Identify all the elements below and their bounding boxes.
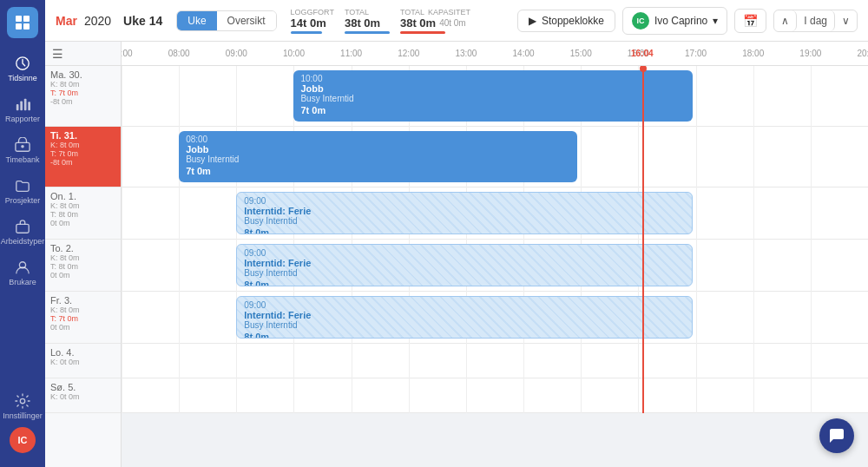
sidebar-item-brukare[interactable]: Brukare (0, 253, 45, 293)
sidebar-item-label: Timebank (5, 155, 39, 164)
day-cell-wednesday: On. 1. K: 8t 0m T: 8t 0m 0t 0m (45, 187, 121, 240)
timeline-row-thursday: 09:00 Interntid: Ferie Busy Interntid 8t… (122, 240, 868, 292)
evt-thursday-ferie[interactable]: 09:00 Interntid: Ferie Busy Interntid 8t… (236, 244, 692, 286)
svg-rect-6 (20, 101, 23, 110)
evt-monday-jobb[interactable]: 10:00 Jobb Busy Interntid 7t 0m (293, 70, 692, 122)
day-capacity-tuesday: K: 8t 0m (50, 141, 115, 149)
day-cell-tuesday: Ti. 31. K: 8t 0m T: 7t 0m -8t 0m (45, 127, 121, 187)
day-name-monday: Ma. 30. (50, 69, 115, 80)
stat-total: TOTAL 38t 0m (345, 8, 390, 34)
evt-tuesday-jobb[interactable]: 08:00 Jobb Busy Interntid 7t 0m (179, 131, 577, 182)
time-label-1700: 17:00 (685, 49, 707, 58)
event-subtitle: Busy Interntid (244, 320, 684, 330)
capacity-bar (400, 31, 445, 34)
event-subtitle: Busy Interntid (186, 155, 570, 164)
header-year: 2020 (84, 14, 111, 28)
day-capacity-wednesday: K: 8t 0m (50, 201, 115, 210)
day-name-saturday: Lo. 4. (50, 347, 115, 358)
event-duration: 7t 0m (300, 105, 685, 115)
user-menu-button[interactable]: IC Ivo Caprino ▾ (622, 7, 727, 35)
sidebar-item-prosjekter[interactable]: Prosjekter (0, 171, 45, 212)
evt-wednesday-ferie[interactable]: 09:00 Interntid: Ferie Busy Interntid 8t… (236, 192, 692, 234)
day-capacity-sunday: K: 0t 0m (50, 392, 115, 401)
grid-line-1900 (811, 66, 812, 413)
now-time-label: 16:04 (631, 49, 654, 58)
sidebar-item-innstillinger[interactable]: Innstillinger (0, 386, 45, 427)
day-column: ☰ Ma. 30. K: 8t 0m T: 7t 0m -8t 0m Ti. 3… (45, 42, 122, 467)
day-capacity-saturday: K: 0t 0m (50, 358, 115, 366)
day-name-thursday: To. 2. (50, 243, 115, 253)
event-subtitle: Busy Interntid (244, 216, 684, 226)
today-button[interactable]: I dag (797, 10, 835, 31)
time-label-1800: 18:00 (742, 49, 764, 58)
day-capacity-thursday: K: 8t 0m (50, 253, 115, 262)
evt-friday-ferie[interactable]: 09:00 Interntid: Ferie Busy Interntid 8t… (236, 296, 692, 339)
sidebar-item-label: Brukare (9, 278, 36, 286)
sidebar-item-rapporter[interactable]: Rapporter (0, 89, 45, 130)
chat-button[interactable] (819, 418, 854, 453)
day-cell-monday: Ma. 30. K: 8t 0m T: 7t 0m -8t 0m (45, 66, 121, 127)
event-subtitle: Busy Interntid (244, 268, 684, 278)
day-tracked-friday: T: 7t 0m (50, 314, 115, 323)
header-right: ▶ Stoppeklokke IC Ivo Caprino ▾ 📅 ∧ I da… (517, 7, 858, 35)
day-tracked-thursday: T: 8t 0m (50, 262, 115, 271)
day-diff-wednesday: 0t 0m (50, 219, 115, 227)
event-time: 09:00 (244, 196, 684, 206)
svg-rect-1 (23, 16, 30, 22)
tab-oversikt[interactable]: Oversikt (217, 11, 276, 30)
event-time: 10:00 (300, 74, 685, 83)
prev-button[interactable]: ∧ (774, 10, 797, 31)
time-label-0700: 07:00 (122, 49, 133, 58)
timeline-body: 10:00 Jobb Busy Interntid 7t 0m 08:00 Jo… (122, 66, 868, 413)
day-cell-friday: Fr. 3. K: 8t 0m T: 7t 0m 0t 0m (45, 292, 121, 344)
day-cell-sunday: Sø. 5. K: 0t 0m (45, 378, 121, 413)
time-label-1000: 10:00 (283, 49, 305, 58)
event-duration: 8t 0m (244, 227, 684, 234)
hamburger-button[interactable]: ☰ (52, 47, 63, 61)
day-cell-saturday: Lo. 4. K: 0t 0m (45, 344, 121, 378)
timeline-row-friday: 09:00 Interntid: Ferie Busy Interntid 8t… (122, 292, 868, 344)
svg-rect-2 (16, 23, 22, 30)
next-button[interactable]: ∨ (835, 10, 857, 31)
svg-point-13 (20, 398, 24, 403)
timeline-row-tuesday: 08:00 Jobb Busy Interntid 7t 0m (122, 127, 868, 187)
top-header: Mar 2020 Uke 14 Uke Oversikt LOGGFORT 14… (45, 0, 868, 42)
event-subtitle: Busy Interntid (300, 94, 685, 103)
sidebar-item-timebank[interactable]: Timebank (0, 130, 45, 171)
day-cell-thursday: To. 2. K: 8t 0m T: 8t 0m 0t 0m (45, 240, 121, 292)
time-label-1400: 14:00 (513, 49, 535, 58)
play-icon: ▶ (529, 15, 536, 27)
event-title: Jobb (186, 144, 570, 155)
now-line (642, 66, 644, 413)
event-time: 08:00 (186, 135, 570, 144)
event-time: 09:00 (244, 300, 684, 310)
sidebar-item-label: Innstillinger (3, 411, 43, 420)
stopwatch-button[interactable]: ▶ Stoppeklokke (517, 10, 615, 32)
svg-rect-7 (24, 99, 27, 111)
header-week: Uke 14 (123, 14, 162, 28)
nav-group: ∧ I dag ∨ (773, 10, 858, 32)
day-tracked-wednesday: T: 8t 0m (50, 210, 115, 219)
calendar-area: ☰ Ma. 30. K: 8t 0m T: 7t 0m -8t 0m Ti. 3… (45, 42, 868, 467)
calendar-button[interactable]: 📅 (734, 9, 766, 33)
user-avatar[interactable]: IC (10, 427, 36, 453)
timeline-row-wednesday: 09:00 Interntid: Ferie Busy Interntid 8t… (122, 187, 868, 240)
sidebar-item-arbeidstyper[interactable]: Arbeidstyper (0, 212, 45, 253)
day-name-wednesday: On. 1. (50, 191, 115, 201)
time-label-1900: 19:00 (799, 49, 821, 58)
sidebar: Tidsinne Rapporter Timebank Prosjekter A… (0, 0, 45, 467)
sidebar-item-tidsinne[interactable]: Tidsinne (0, 49, 45, 89)
svg-point-10 (21, 145, 24, 148)
day-tracked-tuesday: T: 7t 0m (50, 149, 115, 158)
stat-logged: LOGGFORT 14t 0m (291, 8, 334, 34)
app-logo[interactable] (7, 7, 38, 38)
timeline-area: 07:0008:0009:0010:0011:0012:0013:0014:00… (122, 42, 868, 467)
day-name-tuesday: Ti. 31. (50, 130, 115, 141)
user-avatar-small: IC (632, 12, 649, 30)
day-diff-thursday: 0t 0m (50, 271, 115, 280)
event-title: Jobb (300, 83, 685, 94)
event-duration: 8t 0m (244, 280, 684, 286)
day-header-spacer: ☰ (45, 42, 121, 66)
tab-uke[interactable]: Uke (177, 11, 216, 30)
event-time: 09:00 (244, 248, 684, 258)
